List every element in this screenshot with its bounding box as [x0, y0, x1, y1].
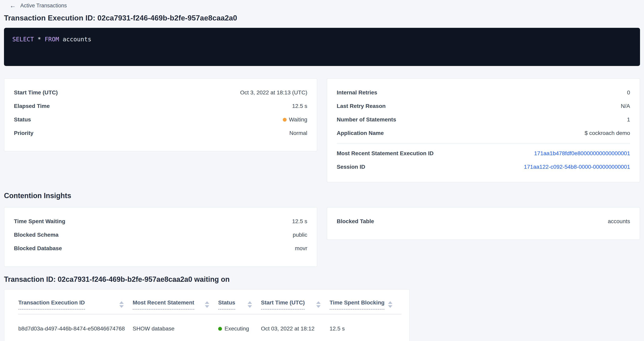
table-row: b8d7d03a-d497-446b-8474-e50846674768 SHO… — [18, 314, 401, 341]
sort-arrows-icon[interactable] — [316, 301, 320, 308]
summary-row-session-id: Session ID 171aa122-c092-54b8-0000-00000… — [337, 160, 630, 174]
contention-card-left: Time Spent Waiting 12.5 s Blocked Schema… — [4, 207, 317, 267]
cell-most-recent-statement: SHOW database — [133, 314, 218, 341]
column-label: Time Spent Blocking — [330, 300, 384, 310]
row-value: 12.5 s — [292, 103, 307, 109]
row-label: Time Spent Waiting — [14, 218, 65, 225]
contention-insights-heading: Contention Insights — [4, 192, 640, 200]
summary-row-start-time: Start Time (UTC) Oct 3, 2022 at 18:13 (U… — [14, 86, 307, 99]
cell-time-spent-blocking: 12.5 s — [330, 314, 401, 341]
contention-row-blocked-database: Blocked Database movr — [14, 242, 307, 255]
row-label: Blocked Database — [14, 245, 62, 252]
summary-row-status: Status Waiting — [14, 113, 307, 126]
sort-arrows-icon[interactable] — [119, 301, 124, 308]
session-id-link[interactable]: 171aa122-c092-54b8-0000-000000000001 — [524, 164, 630, 170]
card-divider — [337, 143, 630, 143]
cell-status: Executing — [218, 314, 261, 341]
cell-transaction-execution-id: b8d7d03a-d497-446b-8474-e50846674768 — [18, 314, 133, 341]
back-link-label: Active Transactions — [20, 2, 67, 9]
column-header-transaction-execution-id[interactable]: Transaction Execution ID — [18, 296, 133, 314]
sql-statement-box: SELECT * FROM accounts — [4, 28, 640, 66]
column-label: Most Recent Statement — [133, 300, 194, 310]
sql-keyword: FROM — [45, 36, 59, 43]
column-header-status[interactable]: Status — [218, 296, 261, 314]
row-label: Number of Statements — [337, 116, 396, 123]
status-text: Waiting — [289, 116, 307, 123]
row-label: Blocked Table — [337, 218, 374, 225]
summary-row-priority: Priority Normal — [14, 126, 307, 140]
row-value: Oct 3, 2022 at 18:13 (UTC) — [240, 89, 307, 96]
summary-cards-row: Start Time (UTC) Oct 3, 2022 at 18:13 (U… — [4, 78, 640, 182]
table-header-row: Transaction Execution ID Most Recent Sta… — [18, 296, 401, 314]
sql-keyword: SELECT — [12, 36, 34, 43]
row-label: Status — [14, 116, 31, 123]
row-label: Most Recent Statement Execution ID — [337, 150, 434, 157]
row-label: Priority — [14, 130, 34, 136]
row-value: accounts — [608, 218, 630, 225]
summary-row-last-retry-reason: Last Retry Reason N/A — [337, 99, 630, 113]
status-badge: Waiting — [283, 116, 307, 123]
back-arrow-icon: ← — [10, 2, 16, 9]
page-content: ← Active Transactions Transaction Execut… — [0, 0, 644, 341]
summary-card-right: Internal Retries 0 Last Retry Reason N/A… — [327, 78, 640, 182]
summary-row-internal-retries: Internal Retries 0 — [337, 86, 630, 99]
summary-row-application-name: Application Name $ cockroach demo — [337, 126, 630, 140]
contention-row-time-spent-waiting: Time Spent Waiting 12.5 s — [14, 215, 307, 228]
row-value: Normal — [290, 130, 307, 136]
row-label: Last Retry Reason — [337, 103, 386, 109]
row-value: 12.5 s — [292, 218, 307, 225]
row-label: Internal Retries — [337, 89, 377, 96]
waiting-table-card: Transaction Execution ID Most Recent Sta… — [4, 289, 410, 341]
row-label: Blocked Schema — [14, 232, 58, 238]
contention-row-blocked-table: Blocked Table accounts — [337, 215, 630, 228]
status-text: Executing — [224, 326, 249, 332]
cell-start-time: Oct 03, 2022 at 18:12 — [261, 314, 330, 341]
waiting-on-heading: Transaction ID: 02ca7931-f246-469b-b2fe-… — [4, 275, 640, 284]
sort-arrows-icon[interactable] — [388, 301, 392, 308]
contention-cards-row: Time Spent Waiting 12.5 s Blocked Schema… — [4, 207, 640, 267]
statement-execution-id-link[interactable]: 171aa1b478fdf0e80000000000000001 — [534, 150, 630, 157]
sql-table-name: accounts — [63, 36, 92, 43]
column-label: Start Time (UTC) — [261, 300, 305, 310]
column-header-start-time[interactable]: Start Time (UTC) — [261, 296, 330, 314]
column-header-most-recent-statement[interactable]: Most Recent Statement — [133, 296, 218, 314]
row-value: $ cockroach demo — [584, 130, 630, 136]
row-label: Application Name — [337, 130, 384, 136]
row-value: 1 — [627, 116, 630, 123]
summary-row-number-of-statements: Number of Statements 1 — [337, 113, 630, 126]
row-value: 0 — [627, 89, 630, 96]
column-label: Status — [218, 300, 235, 310]
contention-card-right: Blocked Table accounts — [327, 207, 640, 240]
sort-arrows-icon[interactable] — [248, 301, 252, 308]
column-label: Transaction Execution ID — [18, 300, 85, 310]
summary-row-elapsed-time: Elapsed Time 12.5 s — [14, 99, 307, 113]
sql-star: * — [38, 36, 41, 43]
waiting-transactions-table: Transaction Execution ID Most Recent Sta… — [18, 296, 401, 341]
waiting-status-dot-icon — [283, 118, 286, 122]
row-label: Start Time (UTC) — [14, 89, 58, 96]
page-title: Transaction Execution ID: 02ca7931-f246-… — [4, 14, 640, 22]
summary-row-statement-execution-id: Most Recent Statement Execution ID 171aa… — [337, 147, 630, 160]
row-value: movr — [295, 245, 307, 252]
executing-status-dot-icon — [218, 327, 222, 331]
row-label: Session ID — [337, 164, 365, 170]
contention-row-blocked-schema: Blocked Schema public — [14, 228, 307, 242]
column-header-time-spent-blocking[interactable]: Time Spent Blocking — [330, 296, 401, 314]
back-link[interactable]: ← Active Transactions — [10, 2, 67, 9]
row-value: N/A — [621, 103, 630, 109]
sort-arrows-icon[interactable] — [205, 301, 209, 308]
row-label: Elapsed Time — [14, 103, 50, 109]
summary-card-left: Start Time (UTC) Oct 3, 2022 at 18:13 (U… — [4, 78, 317, 151]
row-value: public — [293, 232, 307, 238]
